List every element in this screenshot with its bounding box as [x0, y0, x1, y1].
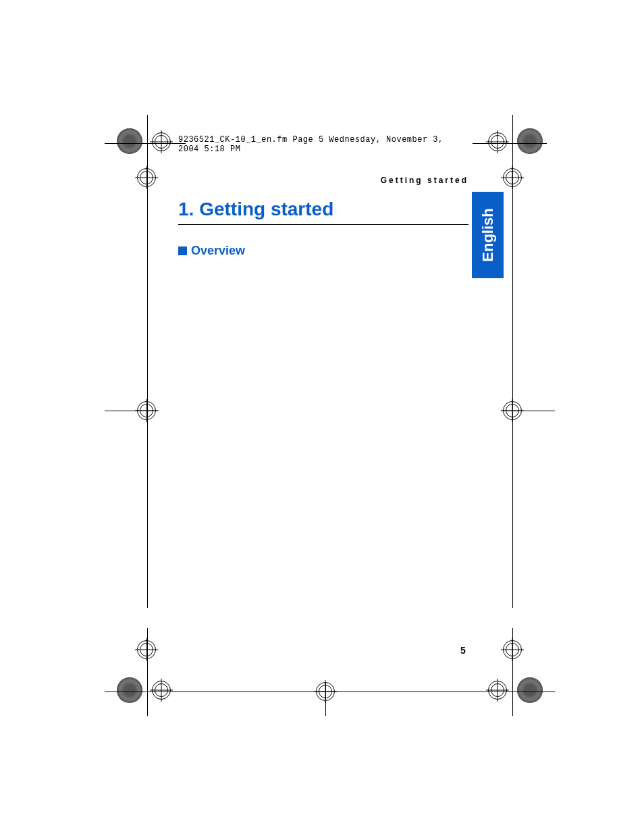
crop-line — [501, 692, 555, 692]
source-file-meta: 9236521_CK-10_1_en.fm Page 5 Wednesday, … — [178, 135, 468, 154]
registration-mark-icon — [150, 679, 173, 702]
registration-mark-icon — [150, 130, 173, 153]
running-head: Getting started — [178, 176, 468, 185]
registration-mark-icon — [501, 166, 524, 189]
registration-mark-icon — [135, 166, 158, 189]
crop-line — [473, 143, 547, 144]
registration-mark-icon — [486, 679, 509, 702]
registration-mark-icon — [135, 399, 158, 422]
registration-dot-icon — [517, 128, 543, 154]
registration-dot-icon — [117, 128, 142, 154]
crop-line — [512, 115, 513, 203]
section-heading: Overview — [178, 244, 468, 258]
crop-line — [325, 682, 326, 716]
section-title: Overview — [191, 244, 245, 258]
language-tab: English — [472, 192, 504, 278]
registration-mark-icon — [135, 638, 158, 661]
page-content: 9236521_CK-10_1_en.fm Page 5 Wednesday, … — [178, 135, 468, 258]
language-label: English — [479, 208, 497, 261]
registration-dot-icon — [517, 677, 543, 703]
registration-mark-icon — [486, 130, 509, 153]
chapter-title: 1. Getting started — [178, 199, 468, 225]
page-number: 5 — [460, 645, 466, 656]
crop-line — [105, 143, 186, 144]
crop-line — [147, 203, 148, 608]
registration-dot-icon — [117, 677, 142, 703]
square-bullet-icon — [178, 246, 187, 255]
registration-mark-icon — [501, 638, 524, 661]
crop-line — [512, 203, 513, 608]
crop-line — [147, 115, 148, 203]
